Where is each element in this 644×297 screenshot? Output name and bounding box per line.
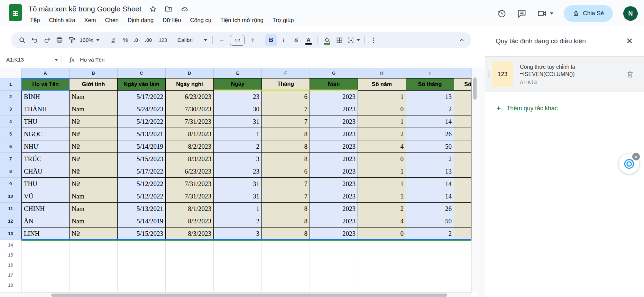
cell[interactable]: 5/14/2019 xyxy=(118,140,166,153)
cloud-status-icon[interactable] xyxy=(180,5,189,13)
cell[interactable]: 4 xyxy=(358,215,406,228)
cell[interactable]: Nữ xyxy=(70,153,118,165)
row-header-10[interactable]: 10 xyxy=(0,190,21,203)
cell[interactable]: 1 xyxy=(358,190,406,203)
format-rule-card[interactable]: ⋮⋮ 123 Công thức tùy chỉnh là =ISEVEN(CO… xyxy=(485,56,644,92)
cell[interactable]: Ngày nghỉ xyxy=(166,78,214,91)
cell[interactable]: 7/31/2023 xyxy=(166,115,214,128)
panel-close-icon[interactable]: ✕ xyxy=(626,37,633,45)
sheets-logo-icon[interactable] xyxy=(9,4,22,21)
number-format-button[interactable]: 123 xyxy=(157,34,169,46)
cell[interactable]: 5/24/2023 xyxy=(118,103,166,115)
cell[interactable]: 2 xyxy=(214,215,262,228)
more-options-icon[interactable]: ⋮ xyxy=(368,34,379,46)
zoom-control[interactable]: 100% xyxy=(79,34,101,46)
cell[interactable]: 7 xyxy=(262,115,310,128)
cell[interactable]: Nữ xyxy=(70,115,118,128)
cell[interactable]: Nam xyxy=(70,203,118,215)
cell[interactable]: 2 xyxy=(406,153,454,165)
cell[interactable]: 2023 xyxy=(310,165,358,178)
cell[interactable]: Năm xyxy=(310,78,358,91)
cell[interactable]: 14 xyxy=(406,178,454,190)
italic-button[interactable]: I xyxy=(278,34,289,46)
cell[interactable]: 3 xyxy=(214,228,262,240)
column-header-C[interactable]: C xyxy=(118,68,166,78)
cell[interactable]: 1 xyxy=(358,165,406,178)
formula-input[interactable]: Họ và Tên xyxy=(80,57,104,63)
cell[interactable]: 50 xyxy=(406,215,454,228)
font-size-input[interactable]: 12 xyxy=(230,35,245,46)
fill-color-button[interactable] xyxy=(321,34,333,46)
empty-cells[interactable] xyxy=(21,280,471,290)
cell[interactable]: 2 xyxy=(358,203,406,215)
menu-công-cụ[interactable]: Công cụ xyxy=(185,16,215,25)
cell[interactable]: 31 xyxy=(214,178,262,190)
cell[interactable]: 2 xyxy=(406,103,454,115)
name-box-caret[interactable] xyxy=(55,59,58,61)
cell[interactable]: 2023 xyxy=(310,153,358,165)
cell-clipped[interactable]: Số xyxy=(454,78,471,91)
strikethrough-button[interactable]: S xyxy=(290,34,302,46)
cell[interactable]: 8/3/2023 xyxy=(166,153,214,165)
cell-clipped[interactable] xyxy=(454,190,471,203)
add-rule-button[interactable]: + Thêm quy tắc khác xyxy=(496,104,558,112)
undo-button[interactable] xyxy=(29,34,40,46)
cell[interactable]: THU xyxy=(21,178,70,190)
menu-xem[interactable]: Xem xyxy=(80,16,101,25)
cell[interactable]: 26 xyxy=(406,203,454,215)
cell-clipped[interactable] xyxy=(454,215,471,228)
paint-format-button[interactable] xyxy=(66,34,78,46)
move-folder-icon[interactable] xyxy=(164,5,173,13)
cell[interactable]: Nữ xyxy=(70,128,118,140)
cell[interactable]: 5/14/2019 xyxy=(118,215,166,228)
cell[interactable]: 2023 xyxy=(310,115,358,128)
cell[interactable]: 5/12/2022 xyxy=(118,115,166,128)
cell[interactable]: Ngày xyxy=(214,78,262,91)
collapse-toolbar-icon[interactable] xyxy=(456,34,468,46)
cell[interactable]: 8 xyxy=(262,140,310,153)
cell[interactable]: 23 xyxy=(214,91,262,103)
meet-dropdown-caret[interactable] xyxy=(550,12,553,15)
cell[interactable]: Tháng xyxy=(262,78,310,91)
cell-clipped[interactable] xyxy=(454,91,471,103)
menu-trợ-giúp[interactable]: Trợ giúp xyxy=(268,16,298,25)
empty-cells[interactable] xyxy=(21,270,471,280)
font-name-control[interactable]: Calibri xyxy=(175,34,209,46)
cell[interactable]: Nữ xyxy=(70,140,118,153)
cell[interactable]: 2023 xyxy=(310,215,358,228)
row-header-partial[interactable] xyxy=(0,290,21,293)
select-all-corner[interactable] xyxy=(0,68,21,78)
cell-clipped[interactable] xyxy=(454,203,471,215)
chatgpt-extension-button[interactable]: ✕ xyxy=(619,154,639,174)
cell[interactable]: CHÂU xyxy=(21,165,70,178)
row-header-17[interactable]: 17 xyxy=(0,270,21,280)
cell[interactable]: 6/23/2023 xyxy=(166,91,214,103)
cell[interactable]: 1 xyxy=(358,115,406,128)
cell[interactable]: VŨ xyxy=(21,190,70,203)
name-box[interactable]: A1:K13 xyxy=(0,57,47,63)
vertical-scrollbar[interactable] xyxy=(471,68,478,293)
column-header-E[interactable]: E xyxy=(214,68,262,78)
increase-decimal-button[interactable]: .00→ xyxy=(145,34,156,46)
cell[interactable]: 2 xyxy=(358,128,406,140)
row-header-15[interactable]: 15 xyxy=(0,250,21,260)
cell[interactable]: 7 xyxy=(262,178,310,190)
row-header-11[interactable]: 11 xyxy=(0,203,21,215)
cell[interactable]: 5/12/2022 xyxy=(118,190,166,203)
format-percent-button[interactable]: % xyxy=(120,34,131,46)
row-header-9[interactable]: 9 xyxy=(0,178,21,190)
decrease-font-size-button[interactable]: − xyxy=(216,34,228,46)
cell[interactable]: 1 xyxy=(358,91,406,103)
cell[interactable]: 0 xyxy=(358,228,406,240)
column-header-D[interactable]: D xyxy=(166,68,214,78)
row-header-8[interactable]: 8 xyxy=(0,165,21,178)
cell[interactable]: THÀNH xyxy=(21,103,70,115)
column-header-clipped[interactable] xyxy=(454,68,471,78)
menu-định-dạng[interactable]: Định dạng xyxy=(123,16,158,25)
cell[interactable]: Nữ xyxy=(70,165,118,178)
cell[interactable]: THU xyxy=(21,115,70,128)
row-header-3[interactable]: 3 xyxy=(0,103,21,115)
cell[interactable]: 30 xyxy=(214,103,262,115)
cell[interactable]: 6 xyxy=(262,91,310,103)
cell[interactable]: 7/31/2023 xyxy=(166,190,214,203)
